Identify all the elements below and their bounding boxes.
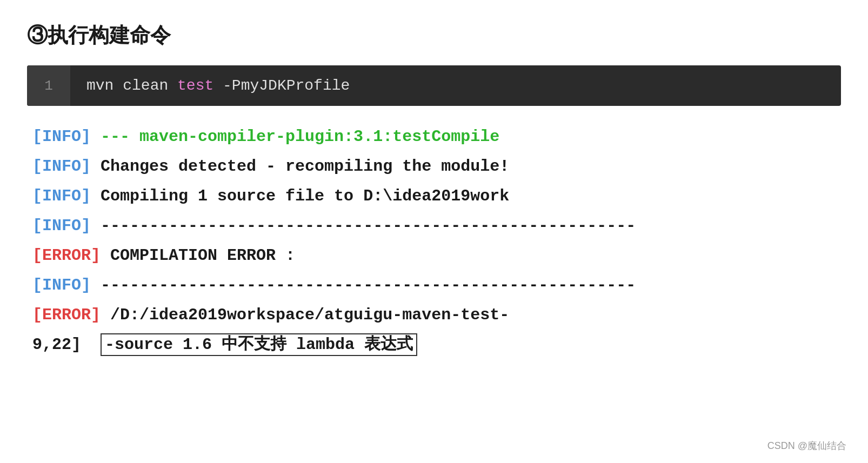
- bracket-coord-8: 9,22]: [32, 335, 91, 354]
- output-line-5: [ERROR] COMPILATION ERROR :: [32, 244, 836, 268]
- output-text-1: --- maven-compiler-plugin:3.1:testCompil…: [101, 128, 499, 146]
- code-content: mvn clean test -PmyJDKProfile: [70, 65, 366, 106]
- output-text-7: /D:/idea2019workspace/atguigu-maven-test…: [110, 306, 509, 324]
- output-text-3: Compiling 1 source file to D:\idea2019wo…: [101, 187, 509, 205]
- code-mvn: mvn: [86, 77, 123, 94]
- output-line-8: 9,22] -source 1.6 中不支持 lambda 表达式: [32, 333, 836, 357]
- bracket-info-3: [INFO]: [32, 187, 91, 205]
- line-number: 1: [27, 65, 70, 106]
- code-profile: -PmyJDKProfile: [213, 77, 350, 94]
- output-line-2: [INFO] Changes detected - recompiling th…: [32, 155, 836, 179]
- output-text-6: ----------------------------------------…: [101, 276, 636, 294]
- output-line-4: [INFO] ---------------------------------…: [32, 214, 836, 238]
- code-block: 1 mvn clean test -PmyJDKProfile: [27, 65, 841, 106]
- bracket-error-5: [ERROR]: [32, 246, 101, 265]
- code-test: test: [177, 77, 213, 94]
- output-line-1: [INFO] --- maven-compiler-plugin:3.1:tes…: [32, 125, 836, 149]
- watermark: CSDN @魔仙结合: [767, 439, 846, 452]
- output-line-7: [ERROR] /D:/idea2019workspace/atguigu-ma…: [32, 303, 836, 327]
- page-title: ③执行构建命令: [27, 22, 841, 49]
- output-text-5: COMPILATION ERROR :: [110, 246, 295, 265]
- bracket-info-2: [INFO]: [32, 157, 91, 176]
- bracket-info-6: [INFO]: [32, 276, 91, 294]
- output-text-highlighted-8: -source 1.6 中不支持 lambda 表达式: [101, 333, 417, 356]
- output-line-3: [INFO] Compiling 1 source file to D:\ide…: [32, 184, 836, 209]
- output-text-2: Changes detected - recompiling the modul…: [101, 157, 509, 176]
- output-line-6: [INFO] ---------------------------------…: [32, 273, 836, 298]
- output-text-4: ----------------------------------------…: [101, 217, 636, 235]
- bracket-info-1: [INFO]: [32, 128, 91, 146]
- bracket-error-7: [ERROR]: [32, 306, 101, 324]
- output-section: [INFO] --- maven-compiler-plugin:3.1:tes…: [27, 125, 841, 357]
- code-clean: clean: [123, 77, 177, 94]
- bracket-info-4: [INFO]: [32, 217, 91, 235]
